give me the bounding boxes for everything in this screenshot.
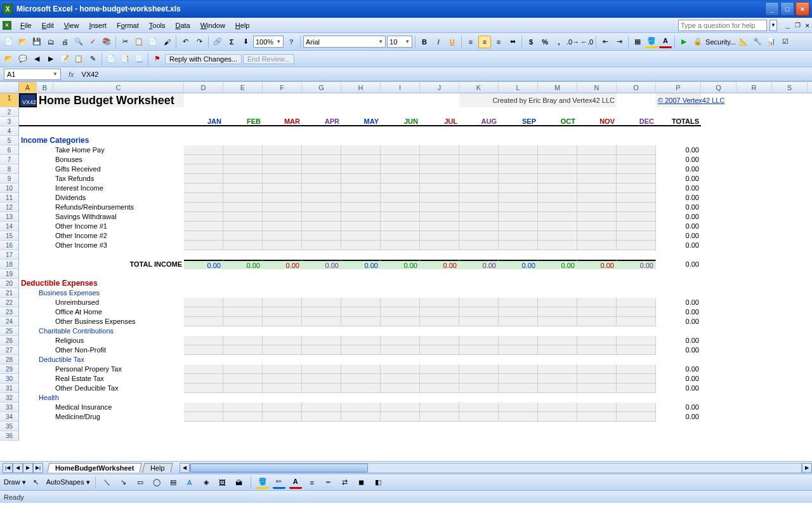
total-income-may[interactable]: 0.00 xyxy=(341,260,381,269)
row-header-14[interactable]: 14 xyxy=(0,222,19,231)
col-header-L[interactable]: L xyxy=(499,82,538,93)
row-header-25[interactable]: 25 xyxy=(0,326,19,336)
row-header-35[interactable]: 35 xyxy=(0,422,19,431)
col-header-P[interactable]: P xyxy=(656,82,701,93)
permission-icon[interactable]: 🗂 xyxy=(44,36,57,48)
tab-prev-button[interactable]: ◀ xyxy=(13,463,23,473)
wordart-icon[interactable]: A xyxy=(183,476,196,489)
month-header-feb[interactable]: FEB xyxy=(223,117,263,126)
row-header-26[interactable]: 26 xyxy=(0,336,19,345)
align-right-icon[interactable]: ≡ xyxy=(492,36,505,48)
format-painter-icon[interactable]: 🖌 xyxy=(160,36,173,48)
row-header-8[interactable]: 8 xyxy=(0,164,19,174)
row-header-27[interactable]: 27 xyxy=(0,345,19,355)
show-all-icon[interactable]: 📋 xyxy=(72,53,85,65)
col-header-K[interactable]: K xyxy=(459,82,499,93)
income-total-4[interactable]: 0.00 xyxy=(656,184,701,193)
month-header-jul[interactable]: JUL xyxy=(420,117,459,126)
col-header-J[interactable]: J xyxy=(420,82,459,93)
deductible-item-2-0[interactable]: Personal Propery Tax xyxy=(53,364,184,374)
reply-changes-button[interactable]: Reply with Changes... xyxy=(165,54,242,64)
total-income-dec[interactable]: 0.00 xyxy=(617,260,656,269)
total-income-mar[interactable]: 0.00 xyxy=(263,260,302,269)
col-header-Q[interactable]: Q xyxy=(701,82,737,93)
research-icon[interactable]: 📚 xyxy=(100,36,113,48)
copyright-link[interactable]: © 2007 Vertex42 LLC xyxy=(656,93,701,107)
open-icon[interactable]: 📂 xyxy=(16,36,29,48)
menu-insert[interactable]: Insert xyxy=(84,20,112,31)
income-total-3[interactable]: 0.00 xyxy=(656,174,701,184)
cell-J1[interactable] xyxy=(420,93,459,107)
help-icon[interactable]: ? xyxy=(285,36,298,48)
name-box[interactable]: A1▼ xyxy=(4,69,61,80)
col-header-F[interactable]: F xyxy=(263,82,302,93)
diagram-icon[interactable]: ◈ xyxy=(200,476,213,489)
underline-icon[interactable]: U xyxy=(446,36,459,48)
tab-first-button[interactable]: |◀ xyxy=(3,463,13,473)
col-header-S[interactable]: S xyxy=(772,82,808,93)
col-header-M[interactable]: M xyxy=(538,82,577,93)
total-income-aug[interactable]: 0.00 xyxy=(459,260,499,269)
cell-A1[interactable]: VX42 xyxy=(19,93,37,107)
row-header-30[interactable]: 30 xyxy=(0,374,19,384)
help-search-input[interactable] xyxy=(678,20,767,31)
security-label[interactable]: Security... xyxy=(705,38,736,46)
row-header-15[interactable]: 15 xyxy=(0,231,19,241)
end-review-button[interactable]: End Review... xyxy=(243,54,294,64)
deductible-item-3-0[interactable]: Medical Insurance xyxy=(53,403,184,412)
menu-view[interactable]: View xyxy=(59,20,84,31)
totals-header[interactable]: TOTALS xyxy=(656,117,701,126)
sort-icon[interactable]: ⬇ xyxy=(239,36,252,48)
month-header-mar[interactable]: MAR xyxy=(263,117,302,126)
deductible-item-0-0[interactable]: Unreimbursed xyxy=(53,298,184,307)
total-income-apr[interactable]: 0.00 xyxy=(302,260,341,269)
row-header-1[interactable]: 1 xyxy=(0,93,19,107)
prev-comment-icon[interactable]: ◀ xyxy=(30,53,43,65)
hscroll-track[interactable] xyxy=(190,463,802,473)
undo-icon[interactable]: ↶ xyxy=(179,36,192,48)
income-item-10[interactable]: Other Income #3 xyxy=(53,241,184,250)
row-header-18[interactable]: 18 xyxy=(0,260,19,269)
clipart-icon[interactable]: 🖼 xyxy=(216,476,229,489)
row-header-29[interactable]: 29 xyxy=(0,364,19,374)
arrow-icon[interactable]: ↘ xyxy=(117,476,130,489)
row-header-17[interactable]: 17 xyxy=(0,250,19,260)
month-header-jun[interactable]: JUN xyxy=(381,117,420,126)
row-header-12[interactable]: 12 xyxy=(0,203,19,212)
row-header-36[interactable]: 36 xyxy=(0,431,19,441)
hscroll-right-button[interactable]: ▶ xyxy=(802,463,812,473)
spell-icon[interactable]: ✓ xyxy=(86,36,99,48)
income-total-0[interactable]: 0.00 xyxy=(656,145,701,155)
hscroll-thumb[interactable] xyxy=(190,464,368,472)
income-item-8[interactable]: Other Income #1 xyxy=(53,222,184,231)
month-header-jan[interactable]: JAN xyxy=(184,117,223,126)
row-header-19[interactable]: 19 xyxy=(0,269,19,279)
help-dropdown[interactable]: ▼ xyxy=(769,20,777,31)
shadow-icon[interactable]: ◼ xyxy=(355,476,368,489)
deductible-item-2-2[interactable]: Other Deducible Tax xyxy=(53,384,184,393)
close-button[interactable]: × xyxy=(796,2,809,16)
total-income-jul[interactable]: 0.00 xyxy=(420,260,459,269)
income-item-1[interactable]: Bonuses xyxy=(53,155,184,164)
total-income-label[interactable]: TOTAL INCOME xyxy=(53,260,184,269)
col-header-I[interactable]: I xyxy=(381,82,420,93)
percent-icon[interactable]: % xyxy=(539,36,551,48)
menu-help[interactable]: Help xyxy=(230,20,255,31)
col-header-H[interactable]: H xyxy=(341,82,381,93)
total-income-jan[interactable]: 0.00 xyxy=(184,260,223,269)
month-header-sep[interactable]: SEP xyxy=(499,117,538,126)
decrease-indent-icon[interactable]: ⇤ xyxy=(599,36,612,48)
mdi-restore-button[interactable]: _ xyxy=(786,22,790,29)
total-income-jun[interactable]: 0.00 xyxy=(381,260,420,269)
deductible-group-0[interactable]: Business Expenses xyxy=(37,288,184,298)
align-center-icon[interactable]: ≡ xyxy=(478,36,491,48)
rectangle-icon[interactable]: ▭ xyxy=(134,476,147,489)
merge-icon[interactable]: ⬌ xyxy=(506,36,519,48)
deductible-group-3[interactable]: Health xyxy=(37,393,184,403)
row-header-9[interactable]: 9 xyxy=(0,174,19,184)
tab-next-button[interactable]: ▶ xyxy=(23,463,33,473)
income-total-9[interactable]: 0.00 xyxy=(656,231,701,241)
fill-color-draw-icon[interactable]: 🪣 xyxy=(256,476,269,489)
print-icon[interactable]: 🖨 xyxy=(58,36,71,48)
bold-icon[interactable]: B xyxy=(418,36,431,48)
